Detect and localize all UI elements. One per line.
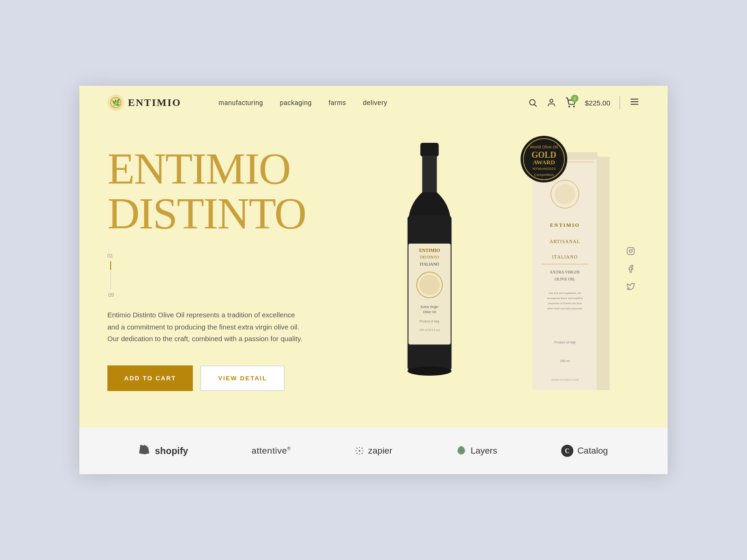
slide-num-end: 09 [108,292,359,298]
brand-shopify: shopify [139,445,188,457]
menu-button[interactable] [629,97,640,109]
hero-buttons: ADD TO CART VIEW DETAIL [107,365,359,391]
brand-catalog-label: Catalog [578,446,608,456]
svg-text:Extra Virgin: Extra Virgin [421,305,438,309]
svg-line-61 [356,453,357,454]
slide-fill [110,261,111,270]
facebook-icon[interactable] [627,265,635,273]
product-box: ENTIMIO ARTISANAL ITALIANO EXTRA VIRGIN … [528,147,612,399]
hero-section: ENTIMIO DISTINTO 01 09 Entimio Distinto … [79,119,668,427]
brand-zapier: zapier [354,446,393,456]
svg-text:properties of Entimio are best: properties of Entimio are best [548,302,582,305]
twitter-icon[interactable] [627,282,635,291]
slide-indicator: 01 09 [107,253,359,298]
header-actions: 2 $225.00 [528,96,640,109]
svg-text:WWW.ENTIMIO.COM: WWW.ENTIMIO.COM [551,378,579,381]
svg-point-23 [419,275,439,295]
svg-text:ARTISANAL: ARTISANAL [550,239,580,244]
svg-text:DISTINTO: DISTINTO [420,255,439,259]
cart-badge: 2 [571,95,578,102]
add-to-cart-button[interactable]: ADD TO CART [107,365,193,391]
svg-line-63 [356,448,357,449]
svg-line-59 [361,453,362,454]
svg-point-5 [550,99,553,103]
svg-text:AWARD: AWARD [533,159,555,166]
hero-images: World Olive Oil GOLD AWARD NYWorld2023 C… [378,138,640,399]
svg-text:NYWorld2023: NYWorld2023 [532,167,556,171]
svg-rect-52 [627,248,634,255]
svg-text:exceptional flavor and healthf: exceptional flavor and healthful [547,297,583,300]
svg-text:World Olive Oil: World Olive Oil [530,145,558,149]
account-button[interactable] [547,98,556,107]
svg-text:Like fruit and vegetables, the: Like fruit and vegetables, the [549,292,581,294]
nav-manufacturing[interactable]: manufacturing [218,99,263,106]
svg-rect-33 [597,157,610,390]
price-display: $225.00 [585,99,610,107]
logo-text: ENTIMIO [128,97,181,109]
brand-zapier-label: zapier [368,446,393,456]
header-divider [620,96,620,109]
logo[interactable]: 🌿 ENTIMIO [107,94,181,111]
svg-text:ENTIMIO: ENTIMIO [419,248,440,253]
svg-text:250 ml (8.5 fl oz): 250 ml (8.5 fl oz) [419,329,440,331]
cart-button[interactable]: 2 [565,98,576,108]
header: 🌿 ENTIMIO manufacturing packaging farms … [79,86,668,119]
brand-shopify-label: shopify [155,446,188,456]
svg-rect-18 [420,143,438,156]
page-wrapper: 🌿 ENTIMIO manufacturing packaging farms … [79,86,668,474]
svg-point-3 [529,99,535,105]
brand-attentive: attentive® [252,446,291,456]
svg-point-6 [569,106,570,107]
brand-catalog: C Catalog [561,444,608,457]
svg-text:Product of Italy: Product of Italy [420,320,440,323]
brand-layers: Layers [456,445,497,456]
svg-text:GOLD: GOLD [531,150,556,160]
main-nav: manufacturing packaging farms delivery [218,99,528,106]
search-button[interactable] [528,98,537,107]
svg-line-4 [535,105,537,107]
brand-attentive-label: attentive® [252,446,291,456]
award-badge: World Olive Oil GOLD AWARD NYWorld2023 C… [518,133,570,185]
hero-title: ENTIMIO DISTINTO [107,147,359,236]
svg-text:when fresh and well preserved.: when fresh and well preserved. [547,307,583,310]
svg-point-53 [629,250,632,252]
svg-text:ITALIANO: ITALIANO [420,262,439,266]
svg-point-55 [359,450,360,451]
brand-layers-label: Layers [471,446,497,456]
nav-farms[interactable]: farms [329,99,346,106]
svg-point-7 [573,106,574,107]
svg-text:C: C [565,448,570,455]
svg-text:ITALIANO: ITALIANO [552,254,578,259]
svg-point-37 [555,184,575,204]
slide-num-start: 01 [107,253,359,259]
svg-text:Competition: Competition [534,173,554,177]
svg-text:OLIVE OIL: OLIVE OIL [555,277,575,281]
svg-rect-19 [422,156,437,193]
svg-point-54 [633,249,633,250]
instagram-icon[interactable] [627,247,635,255]
social-icons [627,247,640,291]
hero-description: Entimio Distinto Olive Oil represents a … [107,309,303,345]
svg-text:Product of Italy: Product of Italy [554,341,576,344]
svg-text:EXTRA VIRGIN: EXTRA VIRGIN [550,270,580,274]
nav-delivery[interactable]: delivery [363,99,387,106]
svg-text:250 ml: 250 ml [560,359,570,363]
svg-line-57 [361,448,362,449]
nav-packaging[interactable]: packaging [280,99,311,106]
brands-bar: shopify attentive® zapier Layers [79,427,668,474]
svg-point-31 [408,366,451,376]
product-bottle: ENTIMIO DISTINTO ITALIANO Extra Virgin O… [397,143,462,399]
svg-text:Olive Oil: Olive Oil [423,310,436,314]
logo-icon: 🌿 [107,94,124,111]
view-detail-button[interactable]: VIEW DETAIL [200,365,285,391]
slide-track [110,261,111,289]
svg-text:ENTIMIO: ENTIMIO [550,222,580,228]
svg-text:🌿: 🌿 [112,99,120,107]
hero-content: ENTIMIO DISTINTO 01 09 Entimio Distinto … [107,138,378,399]
